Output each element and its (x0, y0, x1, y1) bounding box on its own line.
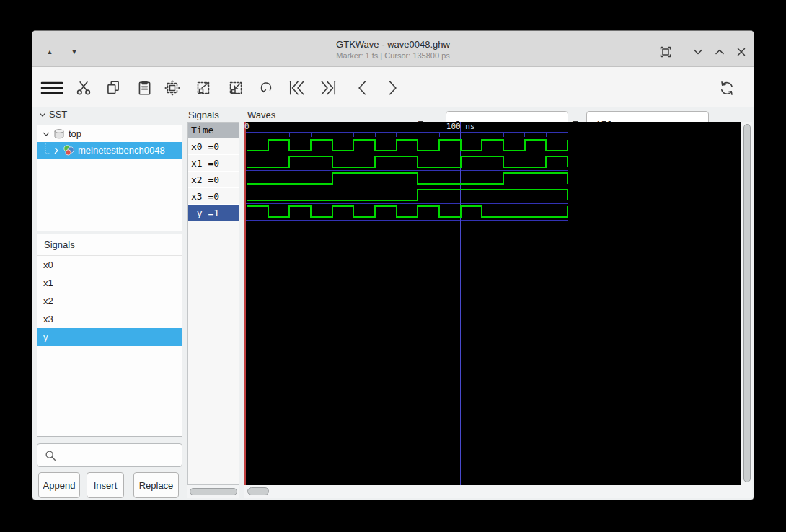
sst-tree-panel: top meinetestbench0048 (37, 125, 182, 231)
close-icon (733, 44, 749, 60)
signal-value-row-x0[interactable]: x0 =0 (188, 138, 239, 155)
signal-item-x1[interactable]: x1 (37, 274, 182, 292)
signals-frame-line (223, 115, 239, 115)
zoom-out-button[interactable] (227, 79, 244, 97)
signals-frame-label: Signals (188, 110, 219, 120)
zoom-in-button[interactable] (195, 79, 212, 97)
go-to-end-button[interactable] (319, 79, 336, 97)
skip-to-end-icon (319, 79, 337, 97)
time-header: Time (188, 123, 239, 138)
sst-header-label: SST (49, 109, 67, 120)
tree-item-top[interactable]: top (37, 125, 182, 142)
expander-down-icon[interactable] (42, 130, 50, 138)
sst-signals-panel: Signals x0 x1 x2 x3 y (37, 234, 182, 437)
skip-to-start-icon (288, 79, 306, 97)
toolbar: From: To: (32, 67, 754, 107)
waveform-canvas: 0100 ns (244, 122, 741, 485)
window-title: GTKWave - wave0048.ghw (32, 39, 754, 50)
signal-item-x0[interactable]: x0 (37, 256, 182, 274)
waves-vscrollbar[interactable] (741, 122, 752, 485)
reload-button[interactable] (717, 79, 735, 97)
maximize-icon (658, 44, 674, 60)
signal-value-row-x2[interactable]: x2 =0 (188, 172, 239, 188)
zoom-in-icon (195, 79, 212, 97)
search-icon (44, 449, 57, 462)
window-status: Marker: 1 fs | Cursor: 135800 ps (32, 51, 754, 60)
step-forward-button[interactable] (384, 79, 401, 97)
maximize-button[interactable] (657, 43, 674, 61)
append-button[interactable]: Append (38, 472, 80, 498)
hamburger-icon (40, 79, 64, 97)
chevron-right-icon (384, 79, 401, 97)
scissors-icon (75, 79, 92, 97)
clipboard-icon (136, 79, 153, 97)
copy-button[interactable] (105, 79, 122, 97)
waves-hscrollbar[interactable] (244, 485, 752, 498)
step-back-button[interactable] (354, 79, 371, 97)
signals-hscrollbar[interactable] (187, 485, 239, 498)
copy-icon (105, 79, 122, 97)
titlebar[interactable]: ▲ ▼ GTKWave - wave0048.ghw Marker: 1 fs … (32, 31, 754, 67)
waves-vscroll-thumb[interactable] (743, 124, 751, 482)
wave-display[interactable]: 0100 ns (244, 122, 741, 485)
menu-button[interactable] (40, 79, 64, 97)
signal-item-x2[interactable]: x2 (37, 292, 182, 310)
chevron-left-icon (354, 79, 371, 97)
signals-hscroll-thumb[interactable] (190, 488, 237, 495)
tree-item-meinetestbench0048[interactable]: meinetestbench0048 (37, 142, 182, 159)
module-icon (63, 144, 75, 156)
zoom-fit-button[interactable] (164, 79, 181, 97)
paste-button[interactable] (136, 79, 153, 97)
expander-right-icon[interactable] (52, 146, 61, 155)
tree-item-label: meinetestbench0048 (78, 145, 165, 156)
signal-values-list: Time x0 =0 x1 =0 x2 =0 x3 =0 y =1 (187, 122, 239, 485)
sst-header[interactable]: SST (38, 109, 67, 120)
reload-icon (717, 79, 736, 98)
collapse-chevron-icon (38, 110, 47, 119)
svg-text:100 ns: 100 ns (446, 122, 475, 131)
zoom-out-icon (227, 79, 244, 97)
tree-guide-line (40, 143, 50, 158)
gtkwave-window: ▲ ▼ GTKWave - wave0048.ghw Marker: 1 fs … (32, 30, 754, 500)
signal-value-row-y[interactable]: y =1 (188, 205, 239, 221)
signal-value-row-x1[interactable]: x1 =0 (188, 155, 239, 172)
close-button[interactable] (733, 43, 750, 61)
signals-list-header: Signals (37, 234, 182, 256)
database-icon (53, 128, 65, 140)
cut-button[interactable] (75, 79, 92, 97)
chevron-down-icon (690, 44, 706, 60)
restore-button[interactable] (711, 43, 728, 61)
replace-button[interactable]: Replace (133, 472, 179, 498)
undo-button[interactable] (257, 79, 275, 97)
signal-item-y[interactable]: y (37, 328, 182, 346)
signal-search-box[interactable] (37, 443, 182, 467)
sst-frame-line (70, 115, 182, 115)
waves-frame-label: Waves (247, 110, 275, 120)
minimize-button[interactable] (689, 43, 707, 61)
undo-arrow-icon (257, 79, 275, 97)
insert-button[interactable]: Insert (87, 472, 124, 498)
waves-frame-line (278, 115, 752, 115)
svg-text:0: 0 (244, 122, 250, 131)
go-to-start-button[interactable] (288, 79, 305, 97)
signal-value-row-x3[interactable]: x3 =0 (188, 188, 239, 205)
zoom-fit-icon (164, 79, 181, 97)
tree-item-label: top (69, 128, 81, 139)
signal-item-x3[interactable]: x3 (37, 310, 182, 328)
chevron-up-icon (712, 44, 728, 60)
waves-hscroll-thumb[interactable] (247, 487, 269, 495)
